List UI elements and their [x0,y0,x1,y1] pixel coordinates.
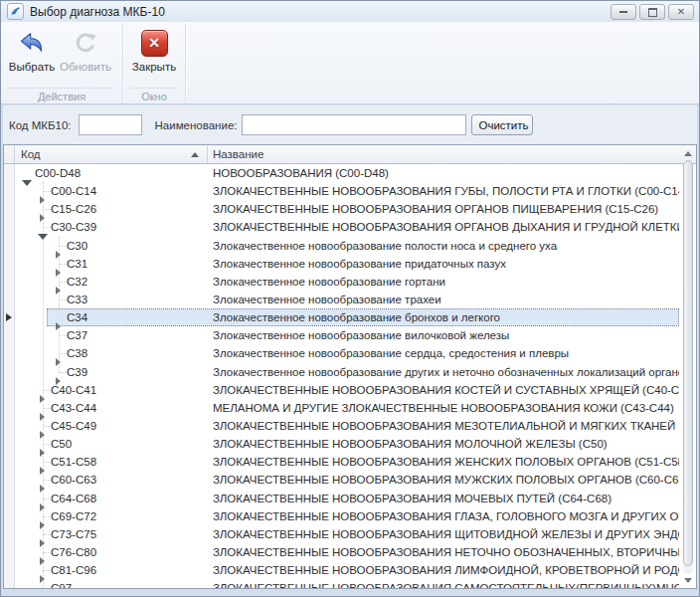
code-cell: C33 [15,294,208,305]
row-name: Злокачественное новообразование вилочков… [208,329,679,341]
tree-row[interactable]: C81-C96ЗЛОКАЧЕСТВЕННЫЕ НОВООБРАЗОВАНИЯ Л… [4,561,696,579]
refresh-button-label: Обновить [60,61,111,73]
app-icon-glyph [10,6,21,17]
tree-row[interactable]: C97ЗЛОКАЧЕСТВЕННЫЕ НОВООБРАЗОВАНИЯ САМОС… [4,579,696,588]
row-name: Злокачественное новообразование гортани [208,276,679,288]
maximize-button[interactable] [639,4,665,20]
code-cell: C81-C96 [15,564,208,576]
scrollbar-thumb[interactable] [683,160,693,566]
tree-row[interactable]: C30Злокачественное новообразование полос… [4,237,696,255]
code-cell: C34 [15,311,208,323]
close-button[interactable]: ✕ [668,4,694,20]
ribbon-group-actions-label: Действия [8,88,115,103]
tree-row[interactable]: C00-C14ЗЛОКАЧЕСТВЕННЫЕ НОВООБРАЗОВАНИЯ Г… [4,182,696,200]
code-cell: C00-C14 [15,185,208,197]
tree-row[interactable]: C76-C80ЗЛОКАЧЕСТВЕННЫЕ НОВООБРАЗОВАНИЯ Н… [4,543,696,561]
row-name: ЗЛОКАЧЕСТВЕННЫЕ НОВООБРАЗОВАНИЯ ОРГАНОВ … [208,203,679,215]
column-header-name-label: Название [213,148,263,160]
close-window-button-label: Закрыть [132,61,176,73]
tree-row[interactable]: C30-C39ЗЛОКАЧЕСТВЕННЫЕ НОВООБРАЗОВАНИЯ О… [4,218,696,236]
row-code: C81-C96 [51,564,96,576]
row-indicator-cell [4,453,15,471]
tree-row[interactable]: C73-C75ЗЛОКАЧЕСТВЕННЫЕ НОВООБРАЗОВАНИЯ Щ… [4,525,696,543]
tree-row[interactable]: C34Злокачественное новообразование бронх… [4,308,696,326]
scroll-up-button[interactable] [681,147,695,159]
filter-bar: Код МКБ10: Наименование: Очистить [3,105,697,144]
row-code: C39 [67,366,88,378]
close-window-icon: ✕ [139,28,169,58]
grid-body: C00-D48НОВООБРАЗОВАНИЯ (C00-D48)C00-C14З… [4,164,696,588]
column-header-name[interactable]: Название [208,145,696,163]
row-code: C97 [51,582,72,588]
scroll-down-button[interactable] [681,574,695,586]
code-cell: C45-C49 [15,420,208,432]
tree-row[interactable]: C45-C49ЗЛОКАЧЕСТВЕННЫЕ НОВООБРАЗОВАНИЯ М… [4,417,696,435]
code-cell: C30 [15,240,208,252]
tree-row[interactable]: C38Злокачественное новообразование сердц… [4,344,696,362]
app-icon[interactable] [7,3,24,20]
row-name: ЗЛОКАЧЕСТВЕННЫЕ НОВООБРАЗОВАНИЯ САМОСТОЯ… [208,582,679,588]
row-indicator-cell [4,164,15,182]
code-cell: C31 [15,258,208,270]
tree-row[interactable]: C37Злокачественное новообразование вилоч… [4,326,696,344]
row-indicator-cell [4,435,15,453]
dialog-window: Выбор диагноза МКБ-10 ✕ [0,0,700,597]
tree-row[interactable]: C32Злокачественное новообразование горта… [4,273,696,291]
tree-row[interactable]: C39Злокачественное новообразование други… [4,363,696,381]
column-header-code[interactable]: Код [15,145,208,163]
tree-row[interactable]: C33Злокачественное новообразование трахе… [4,291,696,308]
tree-row[interactable]: C31Злокачественное новообразование прида… [4,255,696,273]
code-cell: C00-D48 [15,167,208,179]
select-button[interactable]: Выбрать [5,26,59,75]
row-code: C76-C80 [51,546,96,558]
name-filter-input[interactable] [242,114,466,135]
row-indicator-cell [4,200,15,218]
row-code: C38 [67,347,88,359]
row-code: C60-C63 [51,474,96,486]
row-indicator-cell [4,273,15,291]
row-name: ЗЛОКАЧЕСТВЕННЫЕ НОВООБРАЗОВАНИЯ ГУБЫ, ПО… [208,185,679,197]
tree-row[interactable]: C69-C72ЗЛОКАЧЕСТВЕННЫЕ НОВООБРАЗОВАНИЯ Г… [4,507,696,525]
code-cell: C64-C68 [15,493,208,504]
maximize-icon [648,8,657,17]
row-indicator-cell [4,363,15,381]
code-filter-label: Код МКБ10: [9,119,72,131]
tree-row[interactable]: C40-C41ЗЛОКАЧЕСТВЕННЫЕ НОВООБРАЗОВАНИЯ К… [4,381,696,399]
row-name: Злокачественное новообразование бронхов … [208,311,679,323]
row-indicator-cell [4,399,15,417]
close-window-button[interactable]: ✕ Закрыть [127,26,181,75]
tree-row[interactable]: C50ЗЛОКАЧЕСТВЕННЫЕ НОВООБРАЗОВАНИЯ МОЛОЧ… [4,435,696,453]
code-filter-input[interactable] [79,114,142,135]
tree-row[interactable]: C00-D48НОВООБРАЗОВАНИЯ (C00-D48) [4,164,696,182]
grid-header: Код Название [4,145,696,164]
row-code: C31 [67,258,88,270]
vertical-scrollbar[interactable] [681,147,695,586]
row-indicator-cell [4,218,15,236]
clear-filter-button[interactable]: Очистить [471,114,533,135]
tree-row[interactable]: C64-C68ЗЛОКАЧЕСТВЕННЫЕ НОВООБРАЗОВАНИЯ М… [4,490,696,507]
refresh-button[interactable]: Обновить [59,26,112,75]
tree-row[interactable]: C15-C26ЗЛОКАЧЕСТВЕННЫЕ НОВООБРАЗОВАНИЯ О… [4,200,696,218]
row-indicator-cell [4,490,15,507]
minimize-icon [619,11,627,13]
row-name: ЗЛОКАЧЕСТВЕННЫЕ НОВООБРАЗОВАНИЯ МОЛОЧНОЙ… [208,438,679,450]
row-indicator-cell [4,543,15,561]
code-cell: C40-C41 [15,384,208,396]
tree-row[interactable]: C60-C63ЗЛОКАЧЕСТВЕННЫЕ НОВООБРАЗОВАНИЯ М… [4,471,696,489]
code-cell: C15-C26 [15,203,208,215]
row-name: Злокачественное новообразование придаточ… [208,258,679,270]
row-indicator-cell [4,417,15,435]
scrollbar-track[interactable] [683,159,693,574]
tree-row[interactable]: C43-C44МЕЛАНОМА И ДРУГИЕ ЗЛОКАЧЕСТВЕННЫЕ… [4,399,696,417]
row-name: Злокачественное новообразование других и… [208,366,679,378]
row-code: C00-C14 [51,185,96,197]
row-indicator-cell [4,525,15,543]
row-code: C33 [67,294,88,305]
ribbon-toolbar: Выбрать Обновить Действия ✕ [1,22,699,104]
row-indicator-cell [4,561,15,579]
row-code: C30 [67,240,88,252]
row-code: C69-C72 [51,510,96,522]
minimize-button[interactable] [611,4,636,20]
column-header-code-label: Код [21,148,41,160]
tree-row[interactable]: C51-C58ЗЛОКАЧЕСТВЕННЫЕ НОВООБРАЗОВАНИЯ Ж… [4,453,696,471]
